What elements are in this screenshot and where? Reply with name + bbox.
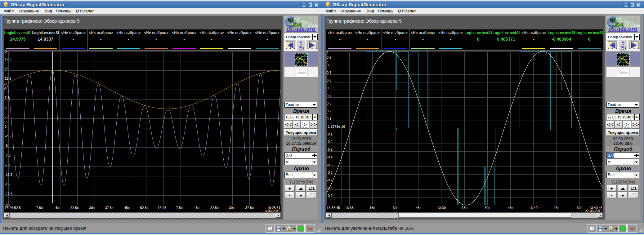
svg-text:-10: -10 (5, 163, 10, 167)
svg-text:-0.2: -0.2 (327, 140, 333, 144)
svg-text:13:40: 13:40 (529, 206, 538, 210)
svg-text:-17.5: -17.5 (5, 192, 12, 196)
svg-text:7.5с: 7.5с (36, 206, 43, 210)
svg-text:20: 20 (5, 51, 8, 54)
svg-text:15с: 15с (462, 206, 467, 210)
svg-text:30с: 30с (89, 206, 95, 210)
svg-text:2.5: 2.5 (5, 115, 9, 119)
svg-text:oscada.org: oscada.org (287, 25, 315, 32)
svg-text:22-03-2019: 22-03-2019 (585, 209, 602, 212)
svg-text:-2.5: -2.5 (5, 134, 11, 138)
svg-text:7.5с: 7.5с (176, 206, 183, 210)
svg-text:13-03-2019: 13-03-2019 (263, 209, 280, 212)
svg-text:-15: -15 (5, 182, 10, 186)
svg-text:30с: 30с (577, 206, 582, 210)
svg-text:16:28: 16:28 (158, 206, 166, 210)
svg-text:0.7: 0.7 (327, 71, 331, 74)
svg-text:10:93: 10:93 (287, 19, 293, 21)
svg-text:37.5с: 37.5с (245, 206, 254, 210)
svg-text:0.9: 0.9 (327, 55, 331, 59)
svg-text:-0.3: -0.3 (327, 148, 333, 151)
svg-text:oscada.org: oscada.org (609, 25, 637, 32)
svg-text:13:38: 13:38 (345, 206, 354, 210)
svg-text:52.5с: 52.5с (140, 206, 149, 210)
svg-text:30с: 30с (485, 206, 490, 210)
svg-text:-0.9: -0.9 (327, 194, 333, 197)
svg-text:16:26:52.5: 16:26:52.5 (5, 206, 21, 210)
svg-text:1: 1 (327, 51, 329, 54)
svg-text:13:39: 13:39 (437, 206, 446, 210)
svg-text:5: 5 (5, 105, 7, 109)
svg-text:10:93: 10:93 (609, 19, 615, 21)
svg-text:0.2: 0.2 (327, 109, 331, 113)
svg-text:-0.4: -0.4 (327, 155, 333, 159)
svg-text:-7.5: -7.5 (5, 153, 11, 157)
svg-text:0.6: 0.6 (327, 78, 331, 82)
svg-text:15с: 15с (369, 206, 375, 210)
svg-text:-5: -5 (5, 144, 8, 148)
svg-text:-0.7: -0.7 (327, 178, 333, 182)
svg-text:45с: 45с (124, 206, 130, 210)
svg-text:17.5: 17.5 (5, 57, 11, 61)
svg-text:22.5с: 22.5с (70, 206, 79, 210)
svg-text:7.5: 7.5 (5, 96, 9, 100)
svg-text:0: 0 (5, 125, 7, 128)
svg-text:0.8: 0.8 (327, 63, 331, 67)
svg-text:15: 15 (5, 67, 8, 71)
svg-text:-1.3878e-16: -1.3878e-16 (327, 125, 345, 128)
svg-text:30с: 30с (229, 206, 235, 210)
svg-text:-0.1: -0.1 (327, 132, 333, 136)
svg-text:0.1: 0.1 (327, 117, 331, 121)
svg-text:37.5с: 37.5с (105, 206, 114, 210)
svg-text:15с: 15с (554, 206, 559, 210)
svg-text:-0.5: -0.5 (327, 163, 333, 167)
svg-text:-0.6: -0.6 (327, 171, 333, 174)
svg-text:10: 10 (5, 86, 8, 90)
svg-text:0.4: 0.4 (327, 94, 331, 98)
svg-text:13:37:45: 13:37:45 (327, 206, 340, 210)
svg-text:30с: 30с (393, 206, 398, 210)
svg-text:12.5: 12.5 (5, 77, 11, 80)
svg-text:45с: 45с (508, 206, 513, 210)
svg-text:0.3: 0.3 (327, 101, 331, 105)
svg-text:-0.8: -0.8 (327, 186, 333, 190)
svg-text:45с: 45с (416, 206, 421, 210)
svg-text:22.5с: 22.5с (210, 206, 219, 210)
svg-text:15с: 15с (54, 206, 60, 210)
svg-text:15с: 15с (194, 206, 199, 210)
svg-text:-12.5: -12.5 (5, 173, 12, 176)
svg-text:0.5: 0.5 (327, 86, 331, 90)
